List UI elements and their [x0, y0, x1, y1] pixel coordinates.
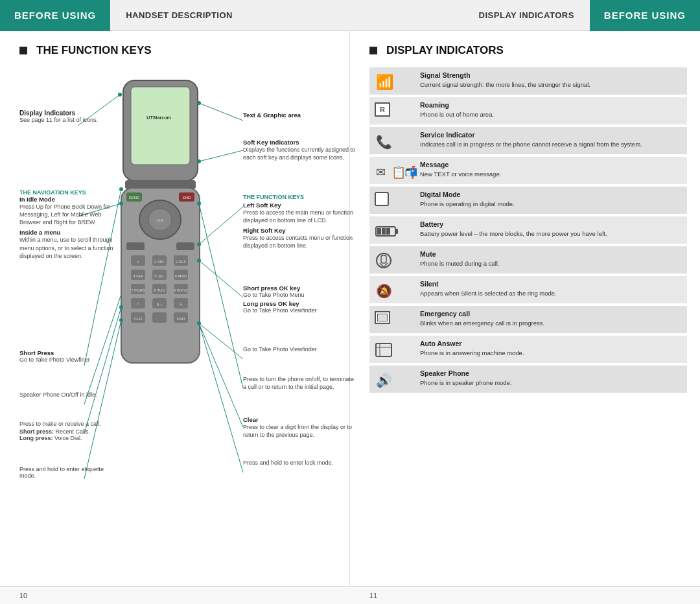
svg-line-62	[199, 323, 243, 359]
svg-text:END: END	[177, 317, 185, 321]
svg-text:END: END	[183, 196, 191, 200]
roaming-desc: Phone is out of home area.	[420, 110, 682, 119]
digital-text: Digital Mode Phone is operating in digit…	[420, 191, 682, 208]
digital-icon-area	[375, 191, 420, 206]
battery-icon-area	[375, 220, 420, 240]
emergency-title: Emergency call	[420, 310, 682, 318]
label-inside-menu-title: Inside a menu	[19, 229, 113, 236]
svg-text:7 PQRS: 7 PQRS	[131, 288, 145, 292]
message-icon-area: ✉ 📋 📬	[375, 161, 420, 180]
digital-title: Digital Mode	[420, 191, 682, 198]
mute-title: Mute	[420, 250, 682, 258]
indicator-battery: Battery Battery power level – the more b…	[369, 216, 687, 244]
svg-text:6 MNO: 6 MNO	[174, 274, 187, 278]
message-desc: New TEXT or voice message.	[420, 170, 682, 178]
indicator-service: 📞 Service Indicator Indicates call is in…	[369, 127, 687, 154]
svg-rect-83	[376, 343, 391, 356]
signal-text: Signal Strength Current signal strength:…	[420, 71, 682, 89]
roaming-icon-area: R	[375, 101, 420, 117]
indicator-auto-answer: Auto Answer Phone is in answering machin…	[369, 336, 687, 363]
indicator-silent: 🔕 Silent Appears when Silent is selected…	[369, 276, 687, 303]
svg-line-67	[199, 323, 243, 472]
service-icon: 📞	[375, 132, 393, 150]
indicator-digital: Digital Mode Phone is operating in digit…	[369, 187, 687, 214]
label-spok-desc: Go to Take Photo Menu	[243, 292, 356, 298]
label-lk-desc: Press and hold to enter lock mode.	[243, 459, 356, 466]
svg-line-50	[84, 307, 121, 434]
label-power: Press to turn the phone on/off, to termi…	[243, 375, 356, 391]
svg-rect-9	[176, 242, 194, 250]
display-indicators-header-label: DISPLAY INDICATORS	[463, 10, 590, 20]
svg-text:8 TUV: 8 TUV	[154, 288, 165, 292]
svg-line-54	[199, 103, 243, 121]
service-desc: Indicates call is in progress or the pho…	[420, 140, 682, 148]
svg-text:9 WXYZ: 9 WXYZ	[174, 288, 189, 292]
emergency-icon	[375, 311, 390, 324]
right-panel: DISPLAY INDICATORS 📶 Signal Strength Cur…	[350, 31, 700, 586]
roaming-text: Roaming Phone is out of home area.	[420, 101, 682, 119]
svg-text:UTStarcom: UTStarcom	[146, 115, 170, 120]
label-sk-title: Soft Key Indicators	[243, 139, 356, 146]
svg-point-46	[119, 202, 123, 205]
function-keys-title: THE FUNCTION KEYS	[19, 44, 336, 57]
label-nk-subtitle: In Idle Mode	[19, 196, 113, 203]
speaker-phone-text: Speaker Phone Phone is in speaker phone …	[420, 369, 682, 387]
label-lpok-desc: Go to Take Photo Viewfinder	[243, 307, 356, 314]
before-using-badge-left: BEFORE USING	[0, 0, 110, 31]
indicator-speaker-phone: 🔊 Speaker Phone Phone is in speaker phon…	[369, 366, 687, 393]
svg-rect-75	[377, 228, 381, 235]
title-icon	[19, 47, 27, 54]
auto-answer-icon-area	[375, 340, 420, 359]
label-soft-key: Soft Key Indicators Displays the functio…	[243, 139, 356, 161]
label-cl-title: Clear	[243, 416, 356, 423]
silent-icon: 🔕	[375, 281, 394, 299]
digital-desc: Phone is operating in digital mode.	[420, 200, 682, 208]
label-short-press: Short Press Go to Take Photo Viewfiner	[19, 349, 113, 363]
speaker-phone-desc: Phone is in speaker phone mode.	[420, 378, 682, 387]
svg-line-58	[199, 207, 243, 244]
signal-icon: 📶	[375, 73, 398, 91]
label-spok-title: Short press OK key	[243, 285, 356, 292]
service-icon-area: 📞	[375, 131, 420, 150]
silent-text: Silent Appears when Silent is selected a…	[420, 280, 682, 297]
label-display-indicators: Display Indicators See page 11 for a lis…	[19, 110, 113, 123]
svg-text:📞: 📞	[376, 134, 392, 150]
mute-icon	[375, 251, 393, 270]
main-content: THE FUNCTION KEYS UTStarcom	[0, 31, 700, 586]
label-sk-desc: Displays the functions currently assigne…	[243, 146, 356, 161]
svg-point-57	[197, 159, 201, 163]
svg-text:5 JKL: 5 JKL	[154, 274, 165, 278]
label-nav-keys: THE NAVIGATION KEYS In Idle Mode Press U…	[19, 189, 113, 260]
svg-rect-23	[152, 312, 167, 323]
indicators-list: 📶 Signal Strength Current signal strengt…	[369, 67, 687, 394]
indicator-signal: 📶 Signal Strength Current signal strengt…	[369, 67, 687, 95]
svg-text:📬: 📬	[404, 165, 417, 180]
label-ok-keys: Short press OK key Go to Take Photo Menu…	[243, 285, 356, 314]
svg-text:3 DEF: 3 DEF	[175, 260, 186, 264]
silent-desc: Appears when Silent is selected as the r…	[420, 289, 682, 297]
svg-text:4 GHI: 4 GHI	[133, 274, 143, 278]
speaker-phone-title: Speaker Phone	[420, 369, 682, 377]
header-left: BEFORE USING HANDSET DESCRIPTION	[0, 0, 463, 31]
label-sp-phone-desc: Speaker Phone On/Off in idle.	[19, 391, 113, 398]
svg-text:SEND: SEND	[129, 196, 140, 200]
svg-point-48	[119, 187, 123, 191]
label-take-photo: Go to Take Photo Viewfinder	[243, 346, 356, 353]
speaker-phone-icon: 🔊	[375, 371, 397, 389]
label-fk-title: THE FUNCTION KEYS	[243, 194, 356, 200]
svg-point-55	[197, 101, 201, 105]
label-etiquette: Press and hold to enter etiquette mode.	[19, 466, 113, 479]
svg-text:🔕: 🔕	[376, 283, 392, 299]
label-lock: Press and hold to enter lock mode.	[243, 459, 356, 466]
header-right: DISPLAY INDICATORS BEFORE USING	[463, 0, 700, 31]
label-mc-short: Short press: Recent Calls.	[19, 428, 113, 435]
silent-title: Silent	[420, 280, 682, 288]
svg-point-53	[119, 318, 123, 322]
footer-page-left: 10	[0, 592, 350, 599]
left-panel: THE FUNCTION KEYS UTStarcom	[0, 31, 350, 586]
message-text: Message New TEXT or voice message.	[420, 161, 682, 178]
service-title: Service Indicator	[420, 131, 682, 139]
signal-icon-area: 📶	[375, 71, 420, 91]
svg-rect-8	[126, 242, 145, 250]
roaming-title: Roaming	[420, 101, 682, 109]
